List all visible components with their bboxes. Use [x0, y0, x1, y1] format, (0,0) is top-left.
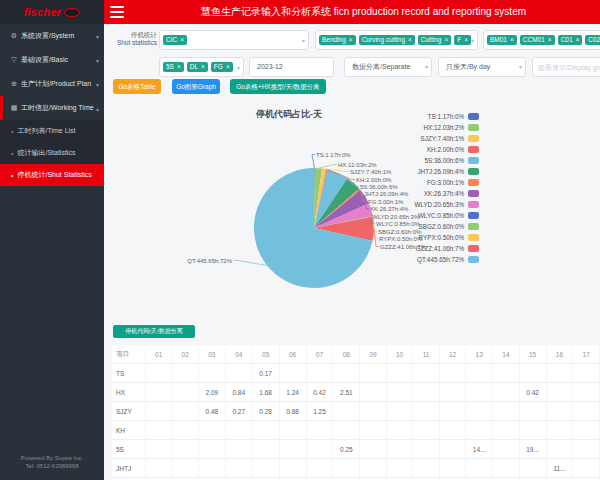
sidebar-item-working-time[interactable]: ▦ 工时信息/Working Time ▴: [0, 96, 104, 120]
table-cell: 0.42: [519, 383, 546, 402]
byday-select[interactable]: 只按天/By day ▾: [438, 57, 526, 77]
table-cell: [573, 440, 600, 459]
sidebar-item-time-list[interactable]: • 工时列表/Time List: [0, 120, 104, 142]
tag-close-icon[interactable]: ×: [226, 64, 230, 71]
tag-close-icon[interactable]: ×: [177, 64, 181, 71]
table-cell: 0.42: [306, 383, 333, 402]
go-combo-button[interactable]: Go表格+HX换型/天/数据分离: [230, 79, 326, 94]
legend-item[interactable]: 5S:36.00h:6%: [362, 155, 479, 166]
table-cell: 0.88: [279, 402, 306, 421]
month-picker[interactable]: 2023-12: [249, 57, 334, 77]
legend-item[interactable]: HX:12.03h:2%: [362, 122, 479, 133]
sidebar-item-system[interactable]: ⚙ 系统设置/System ▾: [0, 24, 104, 48]
table-cell: [386, 364, 412, 383]
legend-item[interactable]: WLYD:20.65h:3%: [362, 199, 479, 210]
legend-swatch-icon: [468, 124, 479, 131]
process-select[interactable]: Bending×Curving cutting×Cutting×F×▾: [315, 30, 478, 50]
table-row: HX2.090.841.681.240.422.510.42: [112, 383, 600, 402]
legend-item[interactable]: WLYC:0.85h:0%: [362, 210, 479, 221]
column-header: 01: [145, 345, 171, 364]
tag-close-icon[interactable]: ×: [349, 37, 353, 44]
sidebar-item-basic[interactable]: ▽ 基础设置/Basic ▾: [0, 48, 104, 72]
legend-item[interactable]: RYPX:0.50h:0%: [362, 232, 479, 243]
filter-tag[interactable]: CIC×: [163, 35, 187, 46]
legend-swatch-icon: [468, 168, 479, 175]
sidebar-subitem-label: 停机统计/Shut Statistics: [17, 170, 91, 180]
separate-select[interactable]: 数据分离/Separate ▾: [344, 57, 432, 77]
shut-code-select[interactable]: CIC×▾: [159, 30, 309, 50]
filter-tag[interactable]: 5S×: [163, 62, 184, 73]
filter-tag-label: CIC: [166, 37, 177, 44]
hamburger-icon[interactable]: [110, 6, 124, 18]
filter-tag[interactable]: Curving cutting×: [359, 35, 415, 46]
row-name-cell: TS: [112, 364, 145, 383]
table-cell: [225, 459, 252, 478]
legend-swatch-icon: [468, 157, 479, 164]
table-cell: 0.25: [333, 440, 360, 459]
legend-item[interactable]: SJZY:7.40h:1%: [362, 133, 479, 144]
legend-swatch-icon: [468, 113, 479, 120]
tag-close-icon[interactable]: ×: [548, 37, 552, 44]
table-cell: [573, 421, 600, 440]
table-cell: [172, 459, 198, 478]
legend-item[interactable]: KH:2.00h:0%: [362, 144, 479, 155]
column-header: 10: [386, 345, 412, 364]
filter-tag[interactable]: F×: [454, 35, 471, 46]
tag-close-icon[interactable]: ×: [464, 37, 468, 44]
filter-tag-label: Bending: [322, 37, 346, 44]
machine-select[interactable]: BM01×CCM01×C01×C02×: [483, 30, 600, 50]
sidebar-item-product-plan[interactable]: ⊕ 生产计划/Product Plan ▾: [0, 72, 104, 96]
go-graph-button[interactable]: Go图形Graph: [172, 79, 220, 94]
code-select[interactable]: 5S×DL×FG×▾: [159, 57, 244, 77]
filter-tag[interactable]: BM01×: [487, 35, 517, 46]
table-cell: [145, 440, 171, 459]
table-cell: [145, 459, 171, 478]
table-row: SJZY0.480.270.280.881.25: [112, 402, 600, 421]
column-header: 15: [519, 345, 546, 364]
table-cell: 0.28: [252, 402, 279, 421]
tag-close-icon[interactable]: ×: [444, 37, 448, 44]
row-name-cell: SJZY: [112, 402, 145, 421]
column-header: 04: [225, 345, 252, 364]
tag-close-icon[interactable]: ×: [201, 64, 205, 71]
legend-item[interactable]: SBGZ:0.60h:0%: [362, 221, 479, 232]
filter-tag[interactable]: CCM01×: [520, 35, 555, 46]
filter-tag[interactable]: C01×: [558, 35, 583, 46]
go-table-button[interactable]: Go表格Table: [113, 79, 161, 94]
filter-tag[interactable]: FG×: [211, 62, 233, 73]
legend-item[interactable]: XK:26.37h:4%: [362, 188, 479, 199]
tag-close-icon[interactable]: ×: [408, 37, 412, 44]
filter-tag[interactable]: Bending×: [319, 35, 356, 46]
tag-close-icon[interactable]: ×: [576, 37, 580, 44]
page-title: 慧鱼生产记录输入和分析系统 ficn production record and…: [135, 0, 592, 24]
table-cell: [386, 421, 412, 440]
tag-close-icon[interactable]: ×: [180, 37, 184, 44]
legend-swatch-icon: [468, 201, 479, 208]
table-cell: [333, 402, 360, 421]
legend-item[interactable]: FG:3.00h:1%: [362, 177, 479, 188]
filter-tag-label: BM01: [490, 37, 507, 44]
sidebar-item-shut-statistics[interactable]: • 停机统计/Shut Statistics: [0, 164, 104, 186]
table-cell: 19...: [519, 440, 546, 459]
tag-close-icon[interactable]: ×: [510, 37, 514, 44]
legend-item[interactable]: JHTJ:26.09h:4%: [362, 166, 479, 177]
section-button[interactable]: 停机代码/天/数据分离: [113, 325, 195, 338]
filter-tag[interactable]: Cutting×: [418, 35, 451, 46]
table-cell: 2.51: [333, 383, 360, 402]
legend-item[interactable]: QT:445.65h:72%: [362, 254, 479, 265]
legend-item[interactable]: GZZZ:41.06h:7%: [362, 243, 479, 254]
table-cell: 2.09: [198, 383, 225, 402]
table-cell: [413, 459, 439, 478]
pie-svg: TS:1.17h:0%HX:12.03h:2%SJZY:7.40h:1%KH:2…: [104, 124, 599, 324]
chart-legend: TS:1.17h:0%HX:12.03h:2%SJZY:7.40h:1%KH:2…: [362, 111, 479, 265]
table-container[interactable]: 项目0102030405060708091011121314151617 TS0…: [112, 345, 600, 480]
filter-tag-label: DL: [190, 64, 198, 71]
column-header: 09: [360, 345, 386, 364]
display-graph-input[interactable]: [532, 57, 600, 77]
table-cell: [198, 459, 225, 478]
filter-tag[interactable]: DL×: [187, 62, 208, 73]
table-cell: [546, 383, 573, 402]
sidebar-item-statistics[interactable]: • 统计输出/Statistics: [0, 142, 104, 164]
legend-item[interactable]: TS:1.17h:0%: [362, 111, 479, 122]
filter-tag[interactable]: C02×: [585, 35, 600, 46]
